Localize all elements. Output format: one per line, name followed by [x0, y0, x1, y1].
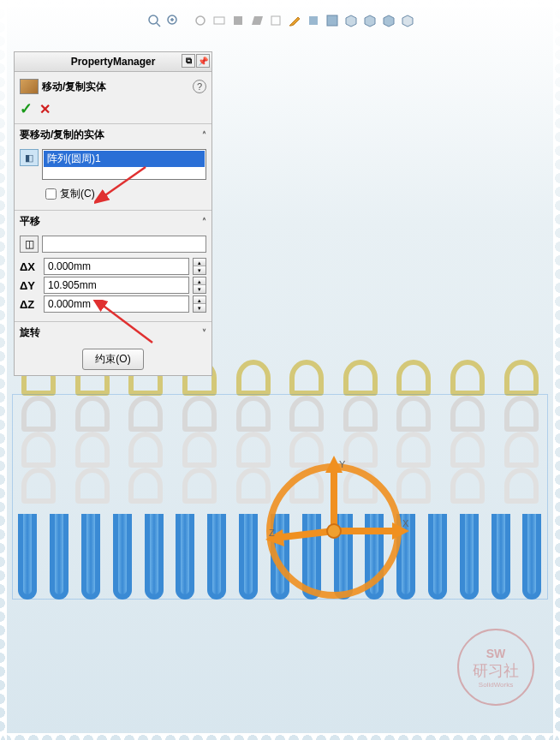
svg-rect-6 [214, 17, 224, 24]
help-icon[interactable]: ? [193, 80, 206, 93]
graphics-viewport[interactable] [12, 360, 548, 654]
svg-line-1 [157, 23, 160, 27]
move-copy-icon [20, 79, 39, 94]
rotate-header-label: 旋转 [20, 325, 40, 340]
dy-label: ΔY [20, 279, 40, 292]
watermark-sub: SolidWorks [479, 681, 513, 689]
translate-section-header[interactable]: 平移 ˄ [15, 211, 211, 232]
apply-scene-icon[interactable] [305, 12, 322, 29]
watermark-text: 研习社 [473, 660, 519, 681]
cancel-button[interactable]: ✕ [39, 101, 51, 117]
chevron-up-icon: ˄ [202, 130, 206, 140]
cube3-icon[interactable] [380, 12, 397, 29]
pm-feature-title: 移动/复制实体 [42, 80, 106, 94]
svg-point-0 [149, 15, 158, 24]
dx-spinner[interactable]: ▴▾ [193, 258, 206, 275]
pm-pin-icon[interactable]: 📌 [196, 54, 210, 68]
zoom-fit-icon[interactable] [146, 12, 163, 29]
translate-section: 平移 ˄ ◫ ΔX ▴▾ ΔY ▴▾ ΔZ ▴▾ [15, 210, 211, 321]
section-view-icon[interactable] [211, 12, 228, 29]
bodies-selection-list[interactable]: 阵列(圆周)1 [42, 149, 206, 180]
bodies-section-header[interactable]: 要移动/复制的实体 ˄ [15, 124, 211, 146]
svg-point-5 [196, 16, 205, 25]
zoom-area-icon[interactable] [164, 12, 182, 29]
translate-reference-icon[interactable]: ◫ [20, 236, 39, 253]
chevron-down-icon: ˅ [202, 328, 206, 337]
previous-view-icon[interactable] [192, 12, 209, 29]
watermark-logo: SW 研习社 SolidWorks [457, 629, 534, 706]
cube2-icon[interactable] [361, 12, 378, 29]
bodies-section: 要移动/复制的实体 ˄ ◧ 阵列(圆周)1 复制(C) [15, 123, 211, 210]
selected-body-item[interactable]: 阵列(圆周)1 [44, 151, 205, 167]
body-select-icon[interactable]: ◧ [20, 149, 39, 166]
hide-show-icon[interactable] [267, 12, 284, 29]
bodies-header-label: 要移动/复制的实体 [20, 128, 104, 142]
cube4-icon[interactable] [399, 12, 416, 29]
view-toolbar [146, 12, 416, 29]
svg-rect-10 [327, 15, 337, 26]
property-manager-panel: PropertyManager ⧉ 📌 移动/复制实体 ? ✓ ✕ 要移动/复制… [14, 51, 212, 376]
view-settings-icon[interactable] [324, 12, 341, 29]
dz-label: ΔZ [20, 298, 40, 311]
rotate-section-header[interactable]: 旋转 ˅ [15, 322, 211, 343]
translate-reference-input[interactable] [42, 236, 206, 253]
pm-collapse-icon[interactable]: ⧉ [182, 54, 195, 68]
pm-confirm-row: ✓ ✕ [15, 98, 211, 123]
watermark-sw: SW [486, 647, 506, 660]
translate-header-label: 平移 [20, 214, 40, 229]
ok-button[interactable]: ✓ [20, 99, 33, 118]
divider [183, 12, 190, 29]
copy-checkbox[interactable] [45, 188, 57, 200]
svg-rect-7 [234, 16, 242, 25]
pm-header: PropertyManager ⧉ 📌 [15, 52, 211, 72]
dx-input[interactable] [44, 258, 189, 275]
pm-header-title: PropertyManager [71, 56, 156, 68]
cube1-icon[interactable] [343, 12, 360, 29]
view-orientation-icon[interactable] [229, 12, 247, 29]
dy-input[interactable] [44, 277, 189, 294]
svg-rect-8 [271, 16, 280, 25]
constraint-button[interactable]: 约束(O) [82, 349, 143, 370]
dx-label: ΔX [20, 260, 40, 273]
edit-appearance-icon[interactable] [286, 12, 303, 29]
pm-feature-title-row: 移动/复制实体 ? [15, 72, 211, 98]
dz-spinner[interactable]: ▴▾ [193, 295, 206, 313]
dz-input[interactable] [44, 295, 189, 313]
svg-rect-9 [309, 16, 318, 25]
rotate-section: 旋转 ˅ [15, 321, 211, 343]
display-style-icon[interactable] [248, 12, 265, 29]
dy-spinner[interactable]: ▴▾ [193, 277, 206, 294]
copy-checkbox-label: 复制(C) [60, 187, 95, 201]
chevron-up-icon: ˄ [202, 217, 206, 226]
